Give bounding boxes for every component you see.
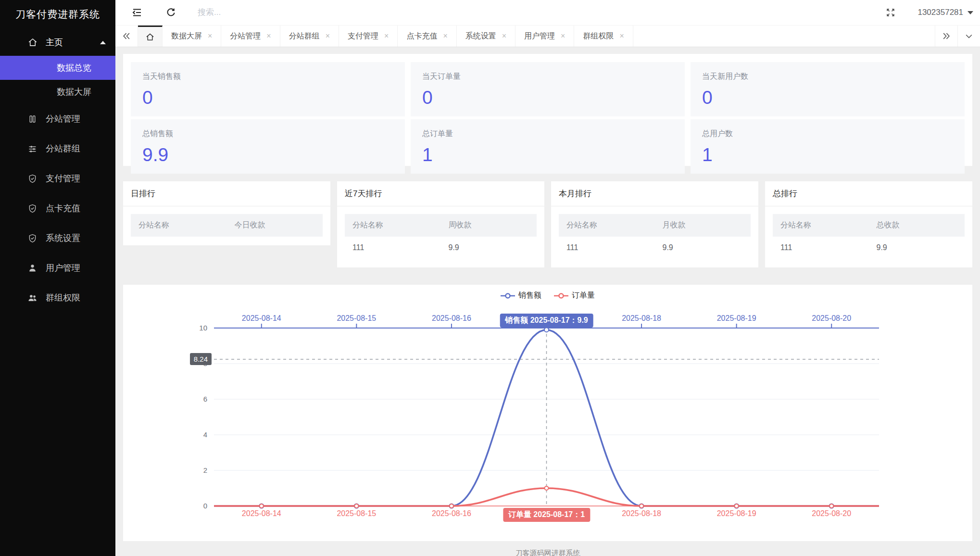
stat-card-today-sales: 当天销售额 0: [131, 62, 405, 116]
sidebar-item-label: 支付管理: [46, 173, 80, 184]
stat-value: 0: [142, 88, 393, 107]
close-icon[interactable]: ×: [384, 32, 389, 40]
ranking-header: 分站名称 总收款: [773, 214, 965, 237]
sidebar-item-label: 用户管理: [46, 262, 80, 274]
legend-item-orders[interactable]: 订单量: [554, 291, 595, 301]
shield-check-icon: [27, 203, 38, 214]
stat-card-total-users: 总用户数 1: [691, 119, 965, 174]
close-icon[interactable]: ×: [619, 32, 624, 40]
sidebar-item-label: 分站管理: [46, 113, 80, 125]
user-menu[interactable]: 1302357281: [917, 8, 973, 17]
sliders-icon: [27, 143, 38, 154]
sidebar-item-substation-manage[interactable]: 分站管理: [0, 104, 115, 134]
stat-card-today-orders: 当天订单量 0: [411, 62, 685, 116]
tabs-menu-dropdown[interactable]: [957, 25, 980, 47]
tab-system-settings[interactable]: 系统设置×: [457, 25, 515, 47]
x-axis-label-top: 2025-08-18: [622, 314, 661, 323]
ranking-row: 日排行 分站名称 今日收款 近7天排行 分站名称 周收款 111 9.9: [123, 181, 972, 267]
home-icon: [145, 32, 155, 42]
page-footer: 刀客源码网进群系统 www.dkewl.com: [123, 541, 972, 556]
stat-label: 总销售额: [142, 129, 393, 139]
x-axis-label-bottom: 2025-08-20: [812, 509, 851, 518]
tab-payment-manage[interactable]: 支付管理×: [339, 25, 398, 47]
refresh-icon[interactable]: [165, 7, 176, 18]
sidebar-item-home[interactable]: 主页: [0, 29, 115, 56]
tab-bar: 数据大屏× 分站管理× 分站群组× 支付管理× 点卡充值× 系统设置× 用户管理…: [115, 25, 980, 47]
main-content: 当天销售额 0 当天订单量 0 当天新用户数 0 总销售额 9.9 总订单量 1…: [115, 47, 980, 556]
stat-value: 9.9: [142, 145, 393, 164]
sidebar-item-user-manage[interactable]: 用户管理: [0, 253, 115, 283]
sidebar-item-group-permission[interactable]: 群组权限: [0, 283, 115, 313]
ranking-header: 分站名称 周收款: [345, 214, 537, 237]
legend-item-sales[interactable]: 销售额: [501, 291, 541, 301]
sales-chart: 销售额 订单量 02468108.242025-08-142025-08-142…: [123, 285, 972, 541]
chart-legend: 销售额 订单量: [123, 291, 972, 301]
ranking-header: 分站名称 今日收款: [131, 214, 323, 237]
close-icon[interactable]: ×: [208, 32, 212, 40]
stat-value: 0: [422, 88, 673, 107]
chevron-up-icon: [100, 41, 106, 44]
stat-value: 1: [422, 145, 673, 164]
stat-value: 1: [702, 145, 953, 164]
close-icon[interactable]: ×: [443, 32, 447, 40]
sidebar-item-payment-manage[interactable]: 支付管理: [0, 164, 115, 193]
sidebar-item-data-screen[interactable]: 数据大屏: [0, 80, 115, 104]
y-axis-label: 10: [123, 324, 207, 332]
ranking-title: 总排行: [765, 181, 972, 206]
ranking-card-7days: 近7天排行 分站名称 周收款 111 9.9: [337, 181, 544, 267]
tab-substation-manage[interactable]: 分站管理×: [221, 25, 280, 47]
collapse-sidebar-icon[interactable]: [131, 7, 143, 18]
close-icon[interactable]: ×: [266, 32, 271, 40]
x-axis-label-bottom: 2025-08-19: [717, 509, 756, 518]
stat-label: 总用户数: [702, 129, 953, 139]
x-axis-label-top: 2025-08-15: [337, 314, 376, 323]
user-id: 1302357281: [917, 8, 963, 17]
x-axis-label-bottom: 2025-08-15: [337, 509, 376, 518]
home-icon: [27, 37, 38, 48]
stat-label: 当天订单量: [422, 72, 673, 82]
stat-label: 总订单量: [422, 129, 673, 139]
tab-home[interactable]: [138, 25, 163, 47]
x-axis-label-top: 2025-08-14: [242, 314, 281, 323]
sidebar: 刀客付费进群系统 主页 数据总览 数据大屏 分站管理 分站群组 支付管理: [0, 0, 115, 556]
close-icon[interactable]: ×: [326, 32, 330, 40]
tabs-scroll-right[interactable]: [935, 25, 957, 47]
chevron-down-icon: [967, 11, 973, 14]
tab-card-recharge[interactable]: 点卡充值×: [398, 25, 456, 47]
shield-check-icon: [27, 233, 38, 243]
ranking-title: 日排行: [123, 181, 330, 206]
sidebar-item-label: 群组权限: [46, 292, 80, 303]
y-axis-label: 4: [123, 430, 207, 439]
y-axis-label: 6: [123, 395, 207, 403]
tab-substation-group[interactable]: 分站群组×: [280, 25, 339, 47]
stat-label: 当天销售额: [142, 72, 393, 82]
search-input[interactable]: [197, 7, 372, 18]
x-axis-label-top: 2025-08-16: [432, 314, 471, 323]
sidebar-item-label: 分站群组: [46, 143, 80, 154]
sidebar-item-data-overview[interactable]: 数据总览: [0, 56, 115, 80]
ranking-card-month: 本月排行 分站名称 月收款 111 9.9: [551, 181, 758, 267]
stat-card-total-orders: 总订单量 1: [411, 119, 685, 174]
stat-label: 当天新用户数: [702, 72, 953, 82]
stats-panel: 当天销售额 0 当天订单量 0 当天新用户数 0 总销售额 9.9 总订单量 1…: [123, 54, 972, 166]
close-icon[interactable]: ×: [561, 32, 565, 40]
tabs-scroll-left[interactable]: [115, 25, 138, 47]
table-row: 111 9.9: [773, 237, 965, 259]
sidebar-item-card-recharge[interactable]: 点卡充值: [0, 193, 115, 223]
tabbar-spacer: [633, 25, 935, 47]
legend-marker-blue: [501, 293, 515, 299]
x-axis-label-top: 2025-08-20: [812, 314, 851, 323]
top-header: 1302357281: [115, 0, 980, 25]
tab-data-screen[interactable]: 数据大屏×: [163, 25, 221, 47]
sidebar-item-substation-group[interactable]: 分站群组: [0, 134, 115, 164]
columns-icon: [27, 114, 38, 124]
tab-group-permission[interactable]: 群组权限×: [574, 25, 633, 47]
sidebar-item-system-settings[interactable]: 系统设置: [0, 223, 115, 253]
app-title: 刀客付费进群系统: [0, 0, 115, 29]
stat-card-today-new-users: 当天新用户数 0: [691, 62, 965, 116]
tab-user-manage[interactable]: 用户管理×: [515, 25, 574, 47]
stat-value: 0: [702, 88, 953, 107]
tooltip-sales: 销售额 2025-08-17：9.9: [500, 314, 593, 328]
close-icon[interactable]: ×: [502, 32, 506, 40]
fullscreen-icon[interactable]: [885, 7, 896, 18]
